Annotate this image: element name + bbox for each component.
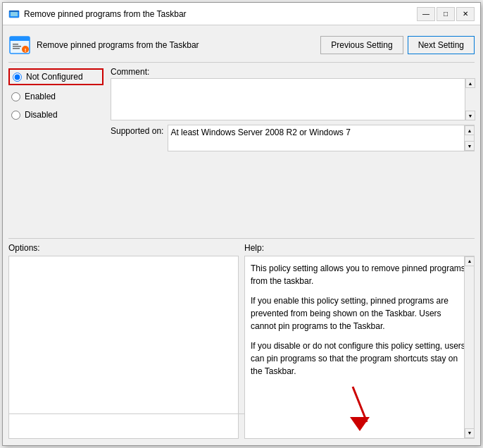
header-title: Remove pinned programs from the Taskbar	[37, 40, 199, 50]
help-scrollbar: ▲ ▼	[464, 256, 474, 438]
title-text: Remove pinned programs from the Taskbar	[24, 9, 187, 19]
next-setting-button[interactable]: Next Setting	[408, 36, 475, 54]
supported-scroll-down[interactable]: ▼	[465, 141, 475, 151]
supported-on-box: At least Windows Server 2008 R2 or Windo…	[168, 125, 475, 151]
options-box	[8, 256, 239, 439]
supported-scrollbar: ▲ ▼	[464, 125, 474, 151]
minimize-button[interactable]: —	[417, 7, 435, 21]
comment-label: Comment:	[111, 67, 475, 77]
scroll-down-arrow[interactable]: ▼	[465, 111, 475, 120]
previous-setting-button[interactable]: Previous Setting	[320, 36, 403, 54]
svg-marker-11	[350, 417, 370, 431]
down-arrow-svg	[339, 383, 381, 433]
help-paragraph-3: If you disable or do not configure this …	[251, 340, 468, 378]
help-scroll-down[interactable]: ▼	[465, 428, 475, 438]
svg-rect-1	[11, 12, 18, 16]
radio-disabled[interactable]: Disabled	[8, 108, 104, 122]
svg-rect-6	[13, 46, 21, 47]
svg-rect-4	[10, 37, 30, 41]
radio-disabled-input[interactable]	[11, 111, 20, 120]
help-text-content: This policy setting allows you to remove…	[245, 256, 474, 383]
radio-not-configured-label: Not Configured	[26, 72, 83, 82]
radio-not-configured[interactable]: Not Configured	[8, 68, 104, 85]
comment-textarea[interactable]	[111, 78, 475, 120]
svg-text:!: !	[25, 47, 27, 54]
radio-not-configured-input[interactable]	[13, 73, 22, 82]
help-box: This policy setting allows you to remove…	[244, 256, 475, 439]
comment-scrollbar: ▲ ▼	[465, 78, 475, 120]
radio-enabled-input[interactable]	[11, 92, 20, 101]
title-controls: — □ ✕	[417, 7, 475, 21]
supported-on-text: At least Windows Server 2008 R2 or Windo…	[170, 127, 350, 137]
svg-rect-2	[9, 11, 19, 12]
supported-scroll-up[interactable]: ▲	[465, 125, 475, 135]
radio-enabled-label: Enabled	[25, 92, 56, 101]
dialog-icon	[8, 8, 20, 20]
supported-on-label: Supported on:	[111, 125, 163, 136]
help-scroll-up[interactable]: ▲	[465, 256, 475, 266]
nav-buttons: Previous Setting Next Setting	[320, 36, 475, 54]
svg-line-10	[353, 387, 367, 422]
title-bar-left: Remove pinned programs from the Taskbar	[8, 8, 187, 20]
arrow-indicator	[245, 383, 474, 439]
help-paragraph-2: If you enable this policy setting, pinne…	[251, 294, 468, 332]
title-bar: Remove pinned programs from the Taskbar …	[3, 3, 480, 25]
options-label: Options:	[8, 243, 239, 253]
scroll-up-arrow[interactable]: ▲	[465, 78, 475, 88]
close-button[interactable]: ✕	[456, 7, 475, 21]
help-paragraph-1: This policy setting allows you to remove…	[251, 262, 468, 287]
top-section: ! Remove pinned programs from the Taskba…	[8, 31, 475, 63]
dialog-body: ! Remove pinned programs from the Taskba…	[3, 25, 480, 445]
dialog-window: Remove pinned programs from the Taskbar …	[2, 2, 481, 446]
radio-enabled[interactable]: Enabled	[8, 89, 104, 104]
svg-rect-5	[13, 44, 18, 45]
policy-icon: !	[8, 34, 31, 56]
top-left: ! Remove pinned programs from the Taskba…	[8, 34, 199, 56]
help-label: Help:	[244, 243, 475, 253]
svg-rect-7	[13, 48, 20, 49]
radio-disabled-label: Disabled	[25, 110, 58, 120]
maximize-button[interactable]: □	[437, 7, 455, 21]
